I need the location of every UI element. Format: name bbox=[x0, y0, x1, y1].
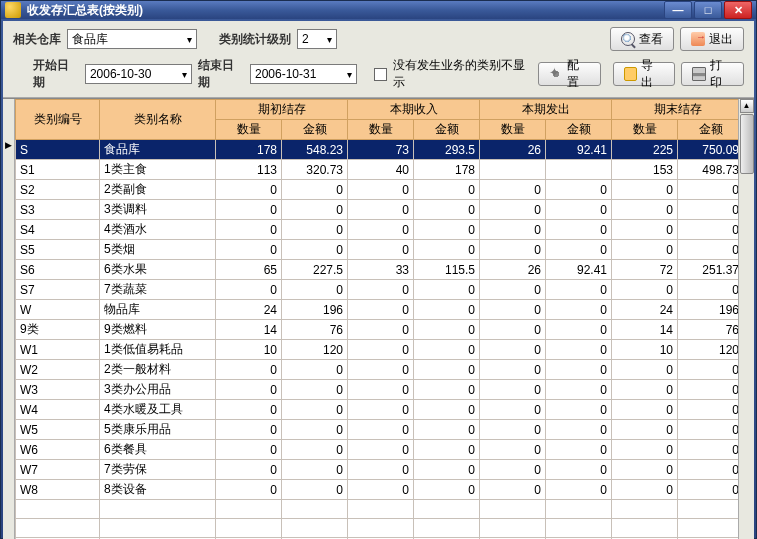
warehouse-combo[interactable]: 食品库 bbox=[67, 29, 197, 49]
col-end-qty[interactable]: 数量 bbox=[612, 120, 678, 140]
end-date-combo[interactable]: 2006-10-31 bbox=[250, 64, 357, 84]
toolbar: 相关仓库 食品库 类别统计级别 2 查看 退出 开始日期 2006-10-30 … bbox=[3, 21, 754, 98]
window-title: 收发存汇总表(按类别) bbox=[27, 2, 664, 19]
print-button[interactable]: 打印 bbox=[681, 62, 744, 86]
col-out-amt[interactable]: 金额 bbox=[546, 120, 612, 140]
table-row[interactable]: S77类蔬菜00000000 bbox=[16, 280, 739, 300]
col-name[interactable]: 类别名称 bbox=[100, 100, 216, 140]
col-group-begin[interactable]: 期初结存 bbox=[216, 100, 348, 120]
printer-icon bbox=[692, 67, 706, 81]
table-row[interactable]: S11类主食113320.7340178153498.73 bbox=[16, 160, 739, 180]
vertical-scrollbar[interactable]: ▲ ▼ bbox=[738, 99, 754, 539]
table-row[interactable]: W66类餐具00000000 bbox=[16, 440, 739, 460]
table-row[interactable]: W55类康乐用品00000000 bbox=[16, 420, 739, 440]
table-row[interactable]: S33类调料00000000 bbox=[16, 200, 739, 220]
table-row[interactable]: W44类水暖及工具00000000 bbox=[16, 400, 739, 420]
search-icon bbox=[621, 32, 635, 46]
app-icon bbox=[5, 2, 21, 18]
table-row[interactable]: W11类低值易耗品10120000010120 bbox=[16, 340, 739, 360]
col-in-qty[interactable]: 数量 bbox=[348, 120, 414, 140]
row-indicator-gutter: ▶ bbox=[3, 99, 15, 539]
table-row[interactable]: W77类劳保00000000 bbox=[16, 460, 739, 480]
end-date-label: 结束日期 bbox=[198, 57, 244, 91]
content-area: 相关仓库 食品库 类别统计级别 2 查看 退出 开始日期 2006-10-30 … bbox=[3, 21, 754, 539]
level-combo[interactable]: 2 bbox=[297, 29, 337, 49]
table-row[interactable]: W33类办公用品00000000 bbox=[16, 380, 739, 400]
col-out-qty[interactable]: 数量 bbox=[480, 120, 546, 140]
col-group-in[interactable]: 本期收入 bbox=[348, 100, 480, 120]
table-row[interactable]: W88类设备00000000 bbox=[16, 480, 739, 500]
maximize-button[interactable]: □ bbox=[694, 1, 722, 19]
titlebar[interactable]: 收发存汇总表(按类别) — □ ✕ bbox=[1, 1, 756, 19]
warehouse-label: 相关仓库 bbox=[13, 31, 61, 48]
col-in-amt[interactable]: 金额 bbox=[414, 120, 480, 140]
export-icon bbox=[624, 67, 638, 81]
start-date-combo[interactable]: 2006-10-30 bbox=[85, 64, 192, 84]
close-button[interactable]: ✕ bbox=[724, 1, 752, 19]
table-row[interactable]: S55类烟00000000 bbox=[16, 240, 739, 260]
grid-area: ▶ 类别编号 类别名称 期初结存 本期收入 本期发出 期末结存 bbox=[3, 98, 754, 539]
table-row[interactable]: W22类一般材料00000000 bbox=[16, 360, 739, 380]
col-code[interactable]: 类别编号 bbox=[16, 100, 100, 140]
table-row[interactable] bbox=[16, 500, 739, 519]
exit-icon bbox=[691, 32, 705, 46]
col-end-amt[interactable]: 金额 bbox=[678, 120, 739, 140]
table-row[interactable]: S44类酒水00000000 bbox=[16, 220, 739, 240]
scroll-thumb[interactable] bbox=[740, 114, 754, 174]
table-row[interactable]: W物品库24196000024196 bbox=[16, 300, 739, 320]
exit-button[interactable]: 退出 bbox=[680, 27, 744, 51]
table-row[interactable] bbox=[16, 519, 739, 538]
minimize-button[interactable]: — bbox=[664, 1, 692, 19]
level-label: 类别统计级别 bbox=[219, 31, 291, 48]
config-button[interactable]: 配置 bbox=[538, 62, 601, 86]
hide-empty-label: 没有发生业务的类别不显示 bbox=[393, 57, 532, 91]
col-begin-qty[interactable]: 数量 bbox=[216, 120, 282, 140]
gear-icon bbox=[549, 67, 562, 81]
scroll-up-icon[interactable]: ▲ bbox=[740, 99, 754, 113]
view-button[interactable]: 查看 bbox=[610, 27, 674, 51]
current-row-arrow-icon: ▶ bbox=[5, 140, 12, 150]
table-row[interactable]: S食品库178548.2373293.52692.41225750.09 bbox=[16, 140, 739, 160]
col-group-out[interactable]: 本期发出 bbox=[480, 100, 612, 120]
hide-empty-checkbox[interactable] bbox=[374, 68, 387, 81]
app-window: 收发存汇总表(按类别) — □ ✕ 相关仓库 食品库 类别统计级别 2 查看 退… bbox=[0, 0, 757, 539]
table-row[interactable]: S22类副食00000000 bbox=[16, 180, 739, 200]
export-button[interactable]: 导出 bbox=[613, 62, 676, 86]
col-group-end[interactable]: 期末结存 bbox=[612, 100, 739, 120]
start-date-label: 开始日期 bbox=[33, 57, 79, 91]
col-begin-amt[interactable]: 金额 bbox=[282, 120, 348, 140]
table-row[interactable]: S66类水果65227.533115.52692.4172251.37 bbox=[16, 260, 739, 280]
table-row[interactable]: 9类9类燃料147600001476 bbox=[16, 320, 739, 340]
data-grid[interactable]: 类别编号 类别名称 期初结存 本期收入 本期发出 期末结存 数量 金额 数量 金… bbox=[15, 99, 738, 539]
